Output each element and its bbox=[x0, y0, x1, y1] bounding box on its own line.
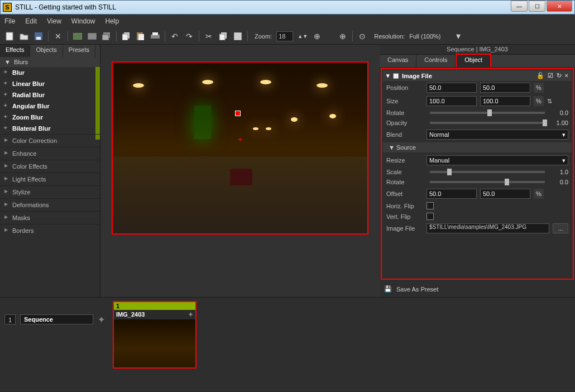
link-icon[interactable]: ⇅ bbox=[547, 98, 552, 105]
size-y-input[interactable] bbox=[480, 96, 530, 106]
hflip-checkbox[interactable] bbox=[427, 202, 434, 209]
position-y-input[interactable] bbox=[480, 83, 530, 93]
canvas-area[interactable]: + bbox=[100, 45, 380, 297]
maximize-button[interactable]: ☐ bbox=[529, 1, 545, 12]
rotate2-value[interactable]: 0.0 bbox=[552, 179, 568, 185]
effect-blur[interactable]: Blur bbox=[0, 67, 100, 78]
pct-button[interactable]: % bbox=[534, 83, 544, 93]
vflip-checkbox[interactable] bbox=[427, 213, 434, 220]
blend-dropdown[interactable]: Normal▾ bbox=[427, 130, 568, 140]
category-masks[interactable]: Masks bbox=[0, 211, 100, 224]
lock-icon[interactable]: 🔓 bbox=[536, 72, 544, 79]
menu-window[interactable]: Window bbox=[71, 17, 95, 25]
opacity-value[interactable]: 1.00 bbox=[552, 119, 568, 126]
rotate2-label: Rotate bbox=[386, 179, 423, 185]
puzzle-icon[interactable]: ✦ bbox=[98, 314, 105, 325]
paste2-icon[interactable] bbox=[233, 31, 243, 41]
zoom-spin-icon[interactable]: ▲▼ bbox=[298, 31, 308, 41]
svg-rect-10 bbox=[138, 34, 144, 40]
target-icon[interactable]: ⊙ bbox=[357, 31, 367, 41]
anchor-marker[interactable] bbox=[235, 111, 241, 116]
save-icon[interactable] bbox=[33, 31, 44, 41]
tab-object[interactable]: Object bbox=[456, 54, 491, 67]
main-toolbar: ✕ ↶ ↷ ✂ Zoom: ▲▼ ⊕ ⊕ ⊙ Resolution: Full … bbox=[0, 28, 575, 45]
save-preset-icon[interactable]: 💾 bbox=[384, 285, 392, 293]
close-prop-icon[interactable]: × bbox=[565, 72, 568, 79]
folder-icon[interactable] bbox=[87, 31, 97, 41]
source-header[interactable]: ▼ Source bbox=[383, 142, 572, 152]
tab-objects[interactable]: Objects bbox=[30, 45, 63, 57]
tab-effects[interactable]: Effects bbox=[0, 45, 30, 57]
print-icon[interactable] bbox=[150, 31, 160, 41]
open-icon[interactable] bbox=[19, 31, 29, 41]
menu-bar: File Edit View Window Help bbox=[0, 15, 575, 28]
category-stylize[interactable]: Stylize bbox=[0, 185, 100, 198]
effect-linear-blur[interactable]: Linear Blur bbox=[0, 78, 100, 89]
zoom-actual-icon[interactable]: ⊕ bbox=[338, 31, 348, 41]
sequence-label[interactable]: Sequence bbox=[20, 314, 93, 324]
visible-icon[interactable]: ☑ bbox=[548, 72, 553, 79]
thumbnail[interactable]: 1 IMG_2403 ✦ bbox=[113, 301, 197, 369]
menu-view[interactable]: View bbox=[47, 17, 61, 25]
tab-presets[interactable]: Presets bbox=[63, 45, 95, 57]
prop-header[interactable]: ▾ ▦ Image File 🔓 ☑ ↻ × bbox=[383, 70, 572, 81]
resolution-chevron-icon[interactable]: ▾ bbox=[456, 31, 461, 41]
category-deformations[interactable]: Deformations bbox=[0, 198, 100, 211]
rotate-slider[interactable] bbox=[430, 112, 545, 114]
vflip-label: Vert. Flip bbox=[386, 213, 423, 220]
category-color-effects[interactable]: Color Effects bbox=[0, 160, 100, 173]
undo-icon[interactable]: ↶ bbox=[170, 31, 180, 41]
pct-button[interactable]: % bbox=[534, 96, 544, 106]
tab-controls[interactable]: Controls bbox=[416, 55, 456, 67]
new-icon[interactable] bbox=[4, 31, 15, 41]
resize-dropdown[interactable]: Manual▾ bbox=[427, 155, 568, 165]
scale-slider[interactable] bbox=[430, 171, 545, 173]
offset-y-input[interactable] bbox=[480, 189, 530, 199]
cut-icon[interactable]: ✂ bbox=[204, 31, 214, 41]
puzzle-icon[interactable]: ✦ bbox=[188, 311, 193, 318]
resolution-value[interactable]: Full (100%) bbox=[409, 33, 440, 40]
svg-rect-6 bbox=[102, 35, 109, 40]
category-color-correction[interactable]: Color Correction bbox=[0, 134, 100, 147]
rotate-value[interactable]: 0.0 bbox=[552, 109, 568, 116]
save-preset-button[interactable]: Save As Preset bbox=[396, 286, 438, 293]
scale-value[interactable]: 1.0 bbox=[552, 169, 568, 175]
offset-x-input[interactable] bbox=[427, 189, 477, 199]
effect-angular-blur[interactable]: Angular Blur bbox=[0, 101, 100, 112]
stack-icon[interactable] bbox=[102, 31, 112, 41]
menu-edit[interactable]: Edit bbox=[25, 17, 37, 25]
zoom-input[interactable] bbox=[276, 31, 293, 41]
redo-icon[interactable]: ↷ bbox=[184, 31, 194, 41]
crosshair-icon[interactable]: + bbox=[237, 135, 242, 145]
minimize-button[interactable]: — bbox=[511, 1, 528, 12]
size-x-input[interactable] bbox=[427, 96, 477, 106]
reset-icon[interactable]: ↻ bbox=[557, 72, 562, 79]
sequence-number[interactable]: 1 bbox=[4, 314, 16, 324]
category-light-effects[interactable]: Light Effects bbox=[0, 173, 100, 185]
zoom-fit-icon[interactable]: ⊕ bbox=[312, 31, 322, 41]
collapse-icon[interactable]: ▾ bbox=[386, 72, 390, 79]
file-path-input[interactable]: $STILL\media\samples\IMG_2403.JPG bbox=[427, 223, 549, 233]
copy-icon[interactable] bbox=[121, 31, 131, 41]
effect-radial-blur[interactable]: Radial Blur bbox=[0, 89, 100, 101]
position-x-input[interactable] bbox=[427, 83, 477, 93]
category-blurs[interactable]: ▼Blurs bbox=[0, 57, 100, 67]
close-doc-icon[interactable]: ✕ bbox=[53, 31, 63, 41]
svg-rect-3 bbox=[73, 33, 82, 40]
effect-zoom-blur[interactable]: Zoom Blur bbox=[0, 112, 100, 123]
copy2-icon[interactable] bbox=[218, 31, 228, 41]
menu-help[interactable]: Help bbox=[106, 17, 119, 25]
pct-button[interactable]: % bbox=[534, 189, 544, 199]
rotate2-slider[interactable] bbox=[430, 181, 545, 183]
paste-icon[interactable] bbox=[136, 31, 146, 41]
tab-canvas[interactable]: Canvas bbox=[380, 55, 416, 67]
canvas-image[interactable]: + bbox=[112, 61, 368, 235]
category-enhance[interactable]: Enhance bbox=[0, 147, 100, 160]
opacity-slider[interactable] bbox=[430, 122, 545, 124]
menu-file[interactable]: File bbox=[4, 17, 15, 25]
image-icon[interactable] bbox=[73, 31, 83, 41]
browse-button[interactable]: ... bbox=[553, 223, 568, 233]
category-borders[interactable]: Borders bbox=[0, 224, 100, 237]
effect-bilateral-blur[interactable]: Bilateral Blur bbox=[0, 123, 100, 134]
close-button[interactable]: ✕ bbox=[547, 1, 572, 12]
